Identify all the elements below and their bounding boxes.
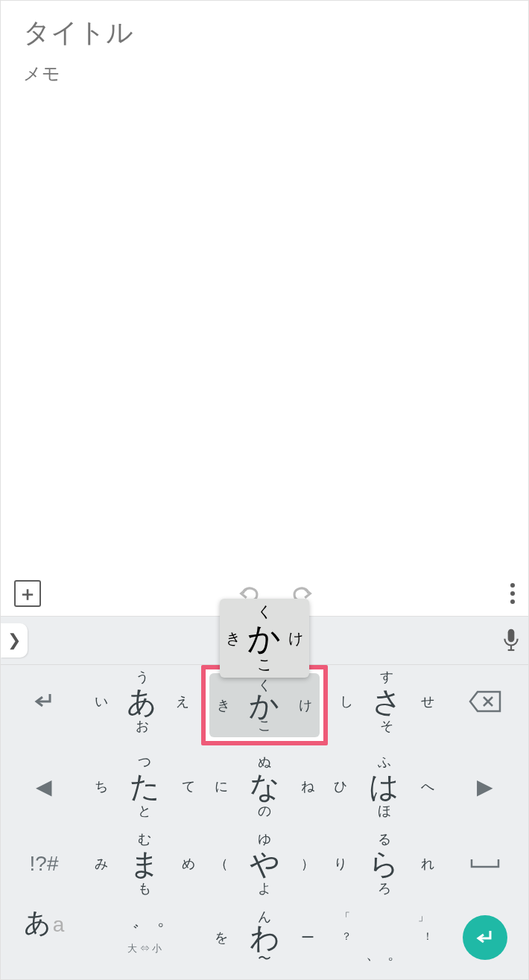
key-main: ま <box>130 844 160 885</box>
bracket-open: 「 <box>340 911 350 924</box>
flick-up: ゆ <box>258 830 271 848</box>
flick-left: み <box>95 855 108 873</box>
flick-up: る <box>378 830 391 848</box>
flick-down: の <box>258 802 271 820</box>
popup-down: こ <box>257 655 272 675</box>
kana-key-ra[interactable]: る り ら れ ろ <box>326 827 442 900</box>
highlighted-key-frame: く き か け こ く き か け こ <box>201 665 327 745</box>
flick-left: を <box>215 929 228 946</box>
flick-up: ぬ <box>258 753 271 771</box>
kana-key-sa[interactable]: す し さ せ そ <box>332 665 442 738</box>
kana-key-ha[interactable]: ふ ひ は へ ほ <box>326 750 442 823</box>
punctuation-key[interactable]: 「 」 ？ ！ 、 。 <box>326 905 442 970</box>
flick-left: （ <box>215 855 228 873</box>
title-input[interactable] <box>23 17 506 48</box>
question-mark: ？ <box>341 930 352 944</box>
kana-key-wa[interactable]: ん を わ ー 〜 <box>207 905 323 970</box>
flick-up: ん <box>258 908 271 926</box>
jp-period: 。 <box>387 944 402 964</box>
flick-right: れ <box>421 855 434 873</box>
enter-key[interactable] <box>446 905 524 970</box>
key-main: や <box>250 844 280 885</box>
flick-right: け <box>299 696 312 714</box>
memo-input[interactable] <box>23 63 506 84</box>
flick-down: よ <box>258 879 271 897</box>
popup-main: か <box>247 617 281 661</box>
flick-left: に <box>215 777 228 795</box>
flick-down: ろ <box>378 879 391 897</box>
flick-right: せ <box>421 693 434 710</box>
expand-suggestions-button[interactable]: ❯ <box>1 623 28 658</box>
flick-left: き <box>217 696 230 714</box>
flick-down: も <box>138 879 151 897</box>
flick-up: ふ <box>378 753 391 771</box>
kana-key-na[interactable]: ぬ に な ね の <box>207 750 323 823</box>
key-main: ら <box>369 844 399 885</box>
svg-rect-0 <box>508 629 515 642</box>
mode-jp-label: あ <box>24 905 51 941</box>
flick-up: う <box>136 668 149 686</box>
symbols-key[interactable]: !?# <box>5 827 83 900</box>
key-main: た <box>130 766 160 807</box>
flick-left: ち <box>95 777 108 795</box>
flick-up: む <box>138 830 151 848</box>
key-main: さ <box>372 681 402 722</box>
bracket-close: 」 <box>418 911 428 924</box>
flick-up: つ <box>138 753 151 771</box>
key-main: は <box>369 766 399 807</box>
flick-right: へ <box>421 777 434 795</box>
popup-right: け <box>288 629 303 649</box>
popup-left: き <box>226 629 241 649</box>
flick-down: と <box>138 802 151 820</box>
input-mode-key[interactable]: あ a <box>5 905 83 970</box>
flick-right: ね <box>301 777 314 795</box>
kana-key-ka[interactable]: く き か け こ <box>209 673 319 737</box>
space-key[interactable] <box>446 827 524 900</box>
flick-right: め <box>182 855 195 873</box>
flick-down: お <box>136 717 149 735</box>
dakuten-key[interactable]: ゛゜ 大 ⇔ 小 <box>87 905 203 970</box>
enter-icon <box>463 915 507 960</box>
kana-key-a[interactable]: う い あ え お <box>87 665 197 738</box>
mode-en-label: a <box>53 913 65 937</box>
reverse-key[interactable] <box>5 665 83 738</box>
flick-right: ー <box>301 929 314 946</box>
flick-left: ひ <box>334 777 347 795</box>
space-icon <box>467 855 503 873</box>
cursor-left-key[interactable]: ◀ <box>5 750 83 823</box>
flick-right: え <box>176 693 189 710</box>
flick-left: い <box>95 693 108 710</box>
dakuten-marks: ゛゜ 大 ⇔ 小 <box>120 923 169 953</box>
exclamation-mark: ！ <box>422 930 433 944</box>
key-main: な <box>250 766 280 807</box>
add-button[interactable]: ＋ <box>14 580 41 607</box>
more-menu-icon[interactable] <box>510 583 515 604</box>
cursor-right-key[interactable]: ▶ <box>446 750 524 823</box>
flick-down: ほ <box>378 802 391 820</box>
flick-up: く <box>258 676 271 694</box>
kana-key-ya[interactable]: ゆ （ や ） よ <box>207 827 323 900</box>
flick-right: ） <box>301 855 314 873</box>
key-main: あ <box>127 681 157 722</box>
flick-right: て <box>182 777 195 795</box>
note-editor <box>1 1 528 571</box>
jp-comma: 、 <box>366 944 381 964</box>
kana-key-ta[interactable]: つ ち た て と <box>87 750 203 823</box>
flick-up: す <box>380 668 393 686</box>
backspace-icon <box>467 689 503 714</box>
flick-left: し <box>340 693 353 710</box>
flick-down: そ <box>380 717 393 735</box>
kana-key-ma[interactable]: む み ま め も <box>87 827 203 900</box>
flick-down: こ <box>258 716 271 734</box>
mic-icon[interactable] <box>501 627 521 654</box>
keyboard: う い あ え お く き か け こ く き か け こ す し <box>1 665 528 979</box>
backspace-key[interactable] <box>446 665 524 738</box>
flick-left: り <box>334 855 347 873</box>
flick-down: 〜 <box>258 949 271 967</box>
flick-popup: く き か け こ <box>220 599 309 678</box>
reverse-arrow-icon <box>28 690 60 713</box>
